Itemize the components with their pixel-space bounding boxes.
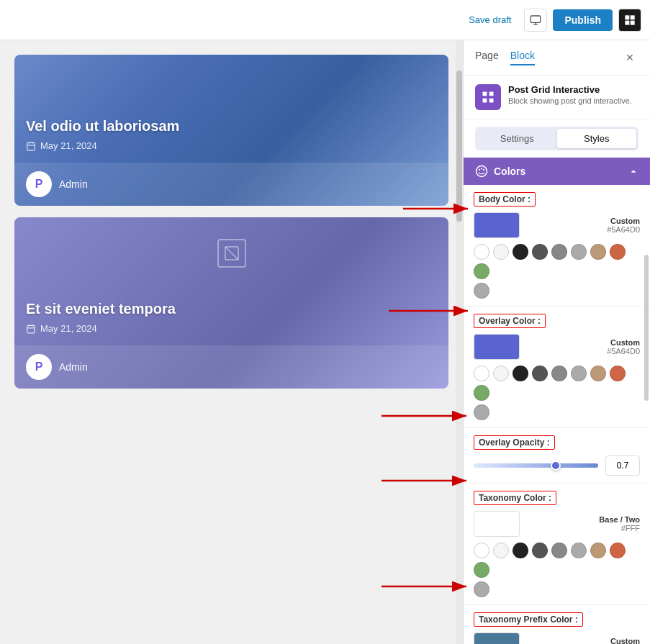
panel-close-button[interactable]: × — [621, 49, 638, 66]
overlay-color-swatch[interactable] — [474, 334, 520, 360]
panel-scrollbar[interactable] — [644, 255, 649, 401]
opacity-control: 0.7 — [474, 455, 640, 476]
publish-button[interactable]: Publish — [553, 9, 613, 31]
color-dot[interactable] — [610, 244, 626, 260]
svg-point-23 — [481, 168, 482, 169]
device-preview-icon[interactable] — [524, 9, 547, 32]
color-dot[interactable] — [571, 543, 587, 558]
color-palette-icon — [475, 165, 488, 178]
color-dot[interactable] — [590, 366, 606, 381]
color-dot[interactable] — [474, 283, 489, 299]
taxonomy-color-swatch-label: Base / Two #FFF — [525, 515, 640, 532]
canvas-scrollbar[interactable] — [456, 40, 463, 644]
color-dot[interactable] — [532, 543, 548, 558]
author-name-1: Admin — [59, 178, 88, 190]
styles-toggle-btn[interactable]: Styles — [557, 129, 637, 148]
body-color-row: Body Color : Custom #5A64D0 — [464, 185, 650, 307]
color-dot[interactable] — [532, 366, 548, 381]
taxonomy-color-swatch[interactable] — [474, 511, 520, 537]
color-dot[interactable] — [474, 543, 489, 558]
panel-tabs: Page Block — [475, 50, 535, 65]
opacity-value[interactable]: 0.7 — [605, 455, 640, 476]
color-dot[interactable] — [493, 366, 509, 381]
svg-point-24 — [483, 169, 484, 171]
chevron-up-icon — [628, 166, 638, 176]
post-card-title-1: Vel odio ut laboriosam — [26, 118, 437, 135]
overlay-color-swatch-label: Custom #5A64D0 — [525, 338, 640, 355]
post-card-author-2: P Admin — [14, 345, 448, 389]
color-dot[interactable] — [474, 366, 489, 381]
opacity-slider-thumb[interactable] — [551, 461, 561, 471]
color-dot[interactable] — [493, 244, 509, 260]
color-dot[interactable] — [474, 404, 489, 420]
settings-toggle-btn[interactable]: Settings — [477, 129, 557, 148]
canvas-scroll-thumb[interactable] — [456, 71, 462, 222]
overlay-color-extra-dot — [474, 404, 640, 420]
color-dot[interactable] — [532, 244, 548, 260]
svg-rect-7 — [27, 142, 35, 150]
save-draft-button[interactable]: Save draft — [461, 10, 518, 30]
tab-block[interactable]: Block — [510, 50, 535, 65]
style-toggle: Settings Styles — [475, 127, 638, 150]
taxonomy-color-row: Taxonomy Color : Base / Two #FFF — [464, 484, 650, 605]
post-card-date-1: May 21, 2024 — [26, 140, 437, 151]
block-info: Post Grid Interactive Block showing post… — [464, 76, 650, 119]
color-dot[interactable] — [513, 366, 528, 381]
block-desc: Block showing post grid interactive. — [508, 96, 632, 105]
color-dot[interactable] — [610, 543, 626, 558]
svg-point-21 — [477, 166, 487, 177]
color-dot[interactable] — [513, 543, 528, 558]
taxonomy-prefix-swatch[interactable] — [474, 632, 520, 644]
color-dot[interactable] — [474, 562, 489, 578]
calendar-icon — [26, 141, 36, 151]
post-card-date-2: May 21, 2024 — [26, 323, 437, 334]
image-placeholder-icon — [217, 239, 246, 268]
toolbar: Save draft Publish — [0, 0, 650, 40]
right-panel: Page Block × Post Grid Interactive Block… — [463, 40, 650, 644]
color-dot[interactable] — [551, 543, 567, 558]
main-layout: Vel odio ut laboriosam May 21, 2024 P Ad… — [0, 40, 650, 644]
panel-body: Colors Body Color : Custom #5A64D0 — [464, 158, 650, 644]
svg-rect-5 — [625, 20, 629, 24]
color-dot[interactable] — [474, 263, 489, 279]
more-options-icon[interactable] — [618, 9, 641, 32]
grid-icon — [481, 90, 495, 104]
taxonomy-color-label: Taxonomy Color : — [474, 491, 556, 505]
svg-line-12 — [225, 247, 238, 260]
author-name-2: Admin — [59, 361, 88, 373]
color-dot[interactable] — [551, 366, 567, 381]
color-dot[interactable] — [590, 244, 606, 260]
tab-page[interactable]: Page — [475, 50, 499, 65]
taxonomy-prefix-swatch-label: Custom #497898 — [525, 637, 640, 644]
opacity-slider[interactable] — [474, 463, 598, 468]
body-color-swatch[interactable] — [474, 212, 520, 238]
color-dot[interactable] — [610, 366, 626, 381]
svg-rect-19 — [483, 99, 487, 103]
taxonomy-prefix-swatch-row: Custom #497898 — [474, 632, 640, 644]
overlay-color-label: Overlay Color : — [474, 314, 546, 328]
overlay-color-swatch-row: Custom #5A64D0 — [474, 334, 640, 360]
color-dot[interactable] — [551, 244, 567, 260]
color-dot[interactable] — [474, 581, 489, 597]
svg-rect-20 — [489, 99, 494, 103]
overlay-color-dots — [474, 366, 640, 401]
block-icon — [475, 84, 501, 110]
color-dot[interactable] — [474, 385, 489, 401]
taxonomy-color-dots — [474, 543, 640, 578]
post-card-content-2: Et sit eveniet tempora May 21, 2024 — [14, 289, 448, 345]
svg-rect-17 — [483, 92, 487, 96]
color-dot[interactable] — [590, 543, 606, 558]
author-avatar-1: P — [26, 171, 52, 197]
color-dot[interactable] — [571, 244, 587, 260]
colors-section-header[interactable]: Colors — [464, 158, 650, 185]
color-dot[interactable] — [571, 366, 587, 381]
svg-rect-4 — [631, 15, 635, 19]
color-dot[interactable] — [474, 244, 489, 260]
colors-section-header-left: Colors — [475, 165, 525, 178]
svg-rect-18 — [489, 92, 494, 96]
color-dot[interactable] — [493, 543, 509, 558]
color-dot[interactable] — [513, 244, 528, 260]
body-color-label: Body Color : — [474, 192, 536, 207]
svg-rect-0 — [531, 16, 541, 22]
svg-rect-3 — [625, 15, 629, 19]
